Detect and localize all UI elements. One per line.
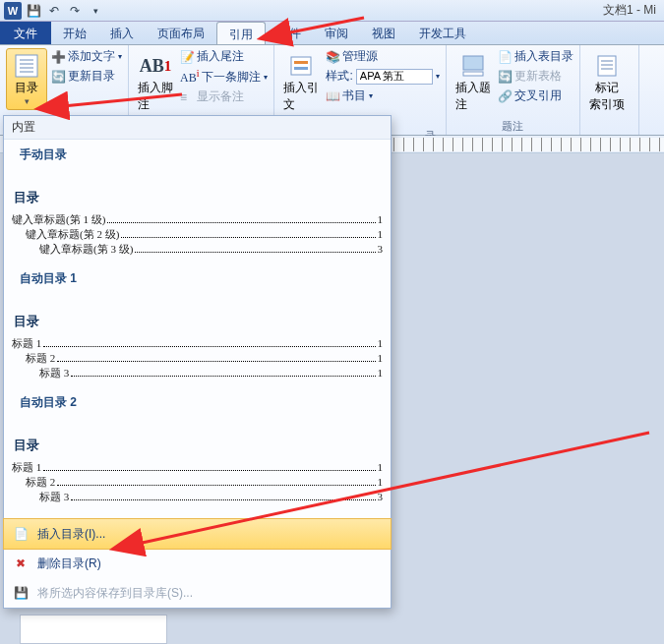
save-toc-gallery-menu: 💾 将所选内容保存到目录库(S)... [4, 578, 391, 608]
insert-caption-button[interactable]: 插入题注 [453, 48, 494, 117]
svg-rect-0 [16, 55, 37, 77]
refresh-icon: 🔄 [51, 70, 65, 84]
ab-icon: AB1 [142, 52, 169, 80]
toc-heading: 目录 [12, 431, 383, 460]
page-num: 1 [378, 461, 384, 473]
svg-rect-7 [294, 67, 308, 70]
h2: 标题 2 [26, 351, 55, 366]
notes-icon: ≡ [180, 90, 194, 104]
auto-toc2-label[interactable]: 自动目录 2 [12, 386, 383, 413]
tab-review[interactable]: 审阅 [313, 22, 360, 44]
toc-button[interactable]: 目录 ▾ [6, 48, 47, 110]
quick-access-toolbar: W 💾 ↶ ↷ ▾ [0, 2, 108, 20]
page-num: 3 [378, 243, 384, 255]
next-footnote-button[interactable]: ABi 下一条脚注 ▾ [180, 68, 268, 86]
biblio-icon: 📖 [326, 89, 339, 103]
qat-dropdown-icon[interactable]: ▾ [87, 2, 104, 20]
h3: 标题 3 [39, 490, 69, 504]
insert-footnote-button[interactable]: AB1 插入脚注 [135, 48, 176, 117]
toc-heading: 目录 [12, 307, 383, 336]
h2: 标题 2 [26, 475, 55, 490]
manual-l1: 键入章标题(第 1 级) [12, 212, 105, 227]
insert-endnote-button[interactable]: 📝 插入尾注 [180, 48, 268, 65]
auto-toc1-label[interactable]: 自动目录 1 [12, 263, 383, 289]
refresh-icon: 🔄 [498, 70, 512, 84]
toc-gallery: 手动目录 目录 键入章标题(第 1 级)1 键入章标题(第 2 级)1 键入章标… [4, 140, 391, 518]
insert-table-figures-button[interactable]: 📄 插入表目录 [498, 48, 573, 65]
tab-file[interactable]: 文件 [0, 22, 51, 44]
remove-toc-menu[interactable]: ✖ 删除目录(R) [4, 549, 391, 578]
show-notes-button: ≡ 显示备注 [180, 88, 268, 105]
style-label: 样式: [326, 68, 352, 85]
tab-references[interactable]: 引用 [216, 22, 266, 44]
undo-icon[interactable]: ↶ [45, 2, 63, 20]
add-text-icon: ➕ [51, 50, 65, 64]
page-num: 1 [378, 367, 384, 379]
toc-button-label: 目录 [15, 80, 38, 96]
mark-index-button[interactable]: 标记 索引项 [586, 48, 628, 117]
cross-reference-label: 交叉引用 [514, 88, 562, 104]
add-text-button[interactable]: ➕ 添加文字 ▾ [51, 48, 122, 65]
cross-reference-button[interactable]: 🔗 交叉引用 [498, 88, 573, 104]
bibliography-button[interactable]: 📖 书目 ▾ [326, 88, 439, 104]
chevron-down-icon: ▾ [369, 91, 373, 100]
chevron-down-icon: ▾ [118, 52, 122, 61]
insert-toc-menu[interactable]: 📄 插入目录(I)... [3, 518, 392, 550]
tab-dev[interactable]: 开发工具 [407, 22, 478, 44]
ribbon-tabs: 文件 开始 插入 页面布局 引用 邮件 审阅 视图 开发工具 [0, 22, 664, 45]
add-text-label: 添加文字 [68, 48, 115, 65]
page-num: 1 [378, 337, 384, 349]
save-icon: 💾 [12, 584, 30, 602]
svg-rect-6 [294, 61, 308, 64]
insert-footnote-label: 插入脚注 [138, 80, 173, 113]
next-footnote-label: 下一条脚注 [202, 69, 261, 86]
auto2-preview[interactable]: 标题 11 标题 21 标题 33 [12, 460, 383, 510]
update-table-label: 更新表格 [514, 68, 562, 85]
endnote-icon: 📝 [180, 50, 194, 64]
manage-sources-button[interactable]: 📚 管理源 [326, 48, 439, 65]
group-captions-label: 题注 [453, 117, 573, 134]
table-icon: 📄 [498, 50, 512, 64]
svg-rect-10 [598, 56, 616, 76]
update-toc-button[interactable]: 🔄 更新目录 [51, 68, 122, 85]
manual-toc-label[interactable]: 手动目录 [12, 145, 383, 165]
word-icon: W [4, 2, 22, 20]
toc-heading: 目录 [12, 183, 383, 212]
toc-dropdown: 内置 手动目录 目录 键入章标题(第 1 级)1 键入章标题(第 2 级)1 键… [3, 115, 392, 609]
redo-icon[interactable]: ↷ [66, 2, 84, 20]
tab-insert[interactable]: 插入 [98, 22, 146, 44]
toc-icon [13, 52, 40, 80]
document-icon: 📄 [12, 525, 30, 543]
tab-mailings[interactable]: 邮件 [266, 22, 313, 44]
save-icon[interactable]: 💾 [25, 2, 42, 20]
index-icon [593, 52, 621, 80]
tab-view[interactable]: 视图 [360, 22, 407, 44]
insert-endnote-label: 插入尾注 [197, 48, 244, 65]
page-num: 3 [378, 491, 384, 502]
tab-layout[interactable]: 页面布局 [146, 22, 216, 44]
svg-rect-8 [463, 56, 483, 70]
page-num: 1 [378, 228, 384, 240]
page-edge [20, 615, 167, 644]
style-selector[interactable]: 样式: ▾ [326, 68, 439, 85]
manage-sources-label: 管理源 [342, 48, 378, 65]
insert-toc-label: 插入目录(I)... [37, 526, 105, 543]
h1: 标题 1 [12, 460, 41, 475]
tab-home[interactable]: 开始 [51, 22, 98, 44]
manual-l3: 键入章标题(第 3 级) [39, 242, 133, 257]
ab-small-icon: ABi [180, 68, 199, 86]
chevron-down-icon: ▾ [25, 96, 30, 106]
show-notes-label: 显示备注 [197, 88, 244, 105]
citation-icon [287, 52, 315, 80]
save-toc-label: 将所选内容保存到目录库(S)... [37, 585, 193, 602]
bibliography-label: 书目 [342, 88, 366, 104]
builtin-header: 内置 [4, 116, 391, 140]
insert-caption-label: 插入题注 [455, 80, 491, 113]
style-select[interactable] [356, 69, 433, 85]
crossref-icon: 🔗 [498, 89, 512, 103]
sources-icon: 📚 [326, 50, 339, 64]
auto1-preview[interactable]: 标题 11 标题 21 标题 31 [12, 336, 383, 386]
manual-preview[interactable]: 键入章标题(第 1 级)1 键入章标题(第 2 级)1 键入章标题(第 3 级)… [12, 212, 383, 263]
page-num: 1 [378, 352, 384, 364]
page-num: 1 [378, 476, 384, 488]
